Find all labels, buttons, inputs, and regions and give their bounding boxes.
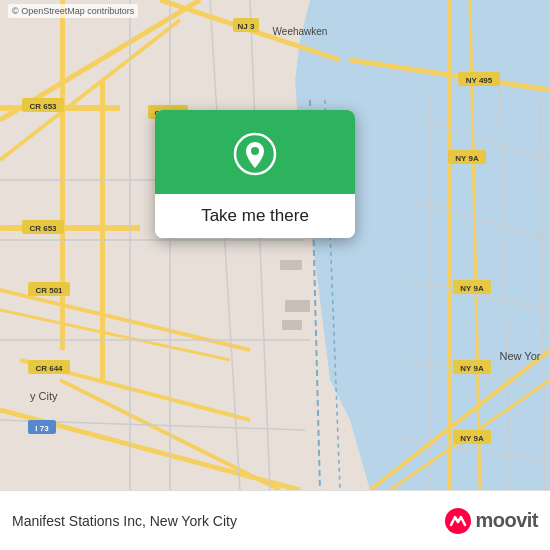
svg-text:CR 644: CR 644 (35, 364, 63, 373)
svg-rect-36 (285, 300, 310, 312)
take-me-there-button[interactable]: Take me there (155, 194, 355, 238)
svg-point-69 (251, 147, 259, 155)
svg-text:I 73: I 73 (35, 424, 49, 433)
moovit-icon (444, 507, 472, 535)
moovit-text-label: moovit (475, 509, 538, 532)
svg-rect-7 (60, 0, 65, 350)
svg-rect-6 (0, 225, 140, 231)
svg-rect-37 (282, 320, 302, 330)
map-attribution: © OpenStreetMap contributors (8, 4, 138, 18)
svg-text:NY 495: NY 495 (466, 76, 493, 85)
svg-text:NY 9A: NY 9A (455, 154, 479, 163)
svg-rect-8 (100, 80, 105, 380)
svg-text:CR 653: CR 653 (29, 224, 57, 233)
location-pin-icon (233, 132, 277, 176)
popup-header (155, 110, 355, 194)
moovit-logo: moovit (444, 507, 538, 535)
svg-text:NJ 3: NJ 3 (238, 22, 255, 31)
svg-text:NY 9A: NY 9A (460, 434, 484, 443)
svg-text:NY 9A: NY 9A (460, 284, 484, 293)
place-name-label: Manifest Stations Inc, New York City (12, 513, 444, 529)
map-area: CR 653 CR 653 CR 681 NJ 3 CR 501 CR 644 … (0, 0, 550, 490)
svg-text:New Yor: New Yor (500, 350, 541, 362)
svg-text:y City: y City (30, 390, 58, 402)
svg-text:CR 501: CR 501 (35, 286, 63, 295)
svg-rect-38 (280, 260, 302, 270)
svg-text:Weehawken: Weehawken (273, 26, 328, 37)
svg-text:CR 653: CR 653 (29, 102, 57, 111)
location-popup: Take me there (155, 110, 355, 238)
bottom-bar: Manifest Stations Inc, New York City moo… (0, 490, 550, 550)
svg-text:NY 9A: NY 9A (460, 364, 484, 373)
